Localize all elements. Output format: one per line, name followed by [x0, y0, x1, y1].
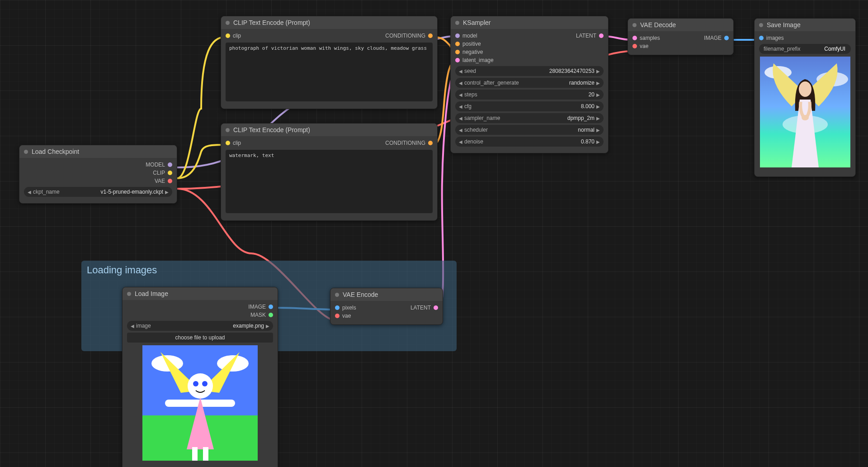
chevron-left-icon[interactable]: ◀	[131, 324, 134, 329]
collapse-icon[interactable]	[455, 21, 459, 25]
input-images[interactable]: images	[755, 34, 855, 42]
node-header[interactable]: VAE Decode	[628, 19, 733, 31]
node-title: Save Image	[767, 21, 801, 29]
chevron-left-icon[interactable]: ◀	[459, 69, 462, 74]
steps-widget[interactable]: ◀steps20▶	[455, 90, 604, 100]
chevron-right-icon[interactable]: ▶	[596, 128, 600, 133]
collapse-icon[interactable]	[632, 23, 637, 27]
sampler-name-widget[interactable]: ◀sampler_namedpmpp_2m▶	[455, 113, 604, 123]
input-pixels[interactable]: pixels	[330, 304, 406, 312]
node-header[interactable]: Load Checkpoint	[19, 145, 177, 158]
collapse-icon[interactable]	[226, 21, 230, 25]
output-image[interactable]: IMAGE	[123, 303, 278, 311]
chevron-right-icon[interactable]: ▶	[596, 116, 600, 121]
node-title: VAE Encode	[343, 291, 378, 298]
control-after-generate-widget[interactable]: ◀control_after_generaterandomize▶	[455, 78, 604, 88]
input-image-preview	[142, 345, 258, 461]
output-mask[interactable]: MASK	[123, 311, 278, 319]
node-vae-decode[interactable]: VAE Decode samples vae IMAGE	[627, 18, 734, 55]
node-header[interactable]: KSampler	[451, 16, 608, 29]
output-image[interactable]: IMAGE	[699, 34, 733, 42]
output-model[interactable]: MODEL	[19, 161, 177, 169]
collapse-icon[interactable]	[24, 150, 28, 154]
chevron-left-icon[interactable]: ◀	[459, 92, 462, 97]
node-load-checkpoint[interactable]: Load Checkpoint MODEL CLIP VAE ◀ ckpt_na…	[19, 145, 177, 204]
image-widget[interactable]: ◀ image example.png ▶	[127, 321, 273, 331]
output-clip[interactable]: CLIP	[19, 169, 177, 177]
output-conditioning[interactable]: CONDITIONING	[381, 139, 437, 147]
node-title: Load Checkpoint	[32, 148, 79, 155]
svg-point-7	[193, 381, 198, 386]
chevron-left-icon[interactable]: ◀	[459, 104, 462, 109]
input-positive[interactable]: positive	[451, 40, 571, 48]
chevron-left-icon[interactable]: ◀	[459, 128, 462, 133]
chevron-left-icon[interactable]: ◀	[459, 116, 462, 121]
cfg-widget[interactable]: ◀cfg8.000▶	[455, 101, 604, 111]
node-ksampler[interactable]: KSampler model positive negative latent_…	[450, 16, 609, 153]
node-title: CLIP Text Encode (Prompt)	[233, 19, 310, 26]
prompt-textarea[interactable]: watermark, text	[226, 150, 433, 213]
collapse-icon[interactable]	[127, 292, 131, 296]
chevron-right-icon[interactable]: ▶	[596, 139, 600, 144]
node-header[interactable]: CLIP Text Encode (Prompt)	[221, 124, 437, 136]
chevron-left-icon[interactable]: ◀	[459, 139, 462, 144]
output-image-preview	[760, 57, 850, 167]
node-title: KSampler	[463, 19, 491, 26]
input-latent-image[interactable]: latent_image	[451, 56, 571, 64]
node-header[interactable]: VAE Encode	[330, 288, 443, 301]
chevron-right-icon[interactable]: ▶	[165, 190, 169, 195]
output-latent[interactable]: LATENT	[571, 32, 608, 40]
scheduler-widget[interactable]: ◀schedulernormal▶	[455, 125, 604, 135]
chevron-left-icon[interactable]: ◀	[28, 190, 31, 195]
svg-rect-12	[203, 447, 208, 461]
output-latent[interactable]: LATENT	[406, 304, 443, 312]
svg-point-17	[799, 81, 811, 97]
node-title: VAE Decode	[640, 21, 676, 29]
chevron-right-icon[interactable]: ▶	[266, 324, 269, 329]
svg-point-6	[188, 373, 213, 399]
chevron-left-icon[interactable]: ◀	[459, 81, 462, 86]
chevron-right-icon[interactable]: ▶	[596, 92, 600, 97]
svg-rect-11	[192, 447, 198, 461]
node-vae-encode[interactable]: VAE Encode pixels vae LATENT	[330, 288, 443, 325]
input-vae[interactable]: vae	[628, 42, 699, 50]
input-vae[interactable]: vae	[330, 312, 406, 320]
chevron-right-icon[interactable]: ▶	[596, 69, 600, 74]
node-clip-text-encode-positive[interactable]: CLIP Text Encode (Prompt) clip CONDITION…	[221, 16, 438, 109]
input-samples[interactable]: samples	[628, 34, 699, 42]
node-header[interactable]: CLIP Text Encode (Prompt)	[221, 16, 437, 29]
input-model[interactable]: model	[451, 32, 571, 40]
filename-prefix-widget[interactable]: filename_prefix ComfyUI	[759, 44, 851, 54]
group-title: Loading images	[87, 264, 451, 276]
node-header[interactable]: Save Image	[755, 19, 855, 31]
chevron-right-icon[interactable]: ▶	[596, 81, 600, 86]
input-negative[interactable]: negative	[451, 48, 571, 56]
collapse-icon[interactable]	[759, 23, 763, 27]
output-conditioning[interactable]: CONDITIONING	[381, 32, 437, 40]
output-vae[interactable]: VAE	[19, 177, 177, 185]
node-title: Load Image	[135, 290, 168, 297]
denoise-widget[interactable]: ◀denoise0.870▶	[455, 137, 604, 147]
chevron-right-icon[interactable]: ▶	[596, 104, 600, 109]
input-clip[interactable]: clip	[221, 32, 245, 40]
svg-point-8	[202, 381, 208, 386]
node-title: CLIP Text Encode (Prompt)	[233, 126, 310, 133]
node-save-image[interactable]: Save Image images filename_prefix ComfyU…	[754, 18, 856, 177]
node-load-image[interactable]: Load Image IMAGE MASK ◀ image example.pn…	[122, 287, 278, 467]
node-header[interactable]: Load Image	[123, 287, 278, 300]
upload-button[interactable]: choose file to upload	[127, 333, 273, 343]
collapse-icon[interactable]	[226, 128, 230, 132]
ckpt-name-widget[interactable]: ◀ ckpt_name v1-5-pruned-emaonly.ckpt ▶	[24, 187, 172, 197]
prompt-textarea[interactable]: photograph of victorian woman with wings…	[226, 43, 433, 101]
seed-widget[interactable]: ◀seed280823642470253▶	[455, 66, 604, 76]
input-clip[interactable]: clip	[221, 139, 245, 147]
collapse-icon[interactable]	[335, 293, 339, 297]
node-clip-text-encode-negative[interactable]: CLIP Text Encode (Prompt) clip CONDITION…	[221, 123, 438, 221]
